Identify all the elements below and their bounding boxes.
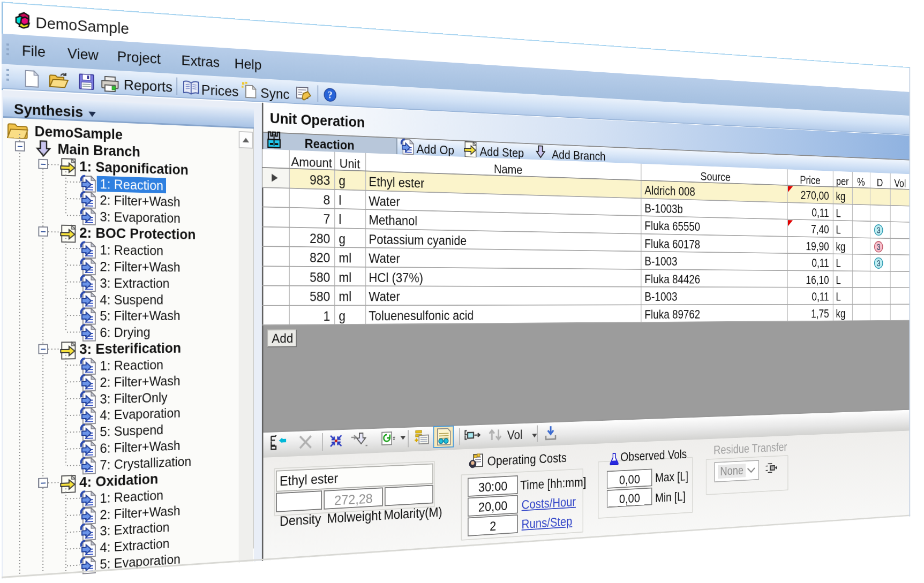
- svg-text:?: ?: [328, 89, 332, 101]
